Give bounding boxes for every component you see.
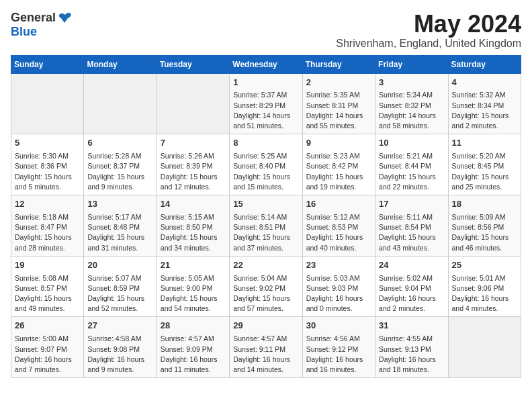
calendar-week-row: 26Sunrise: 5:00 AMSunset: 9:07 PMDayligh… xyxy=(11,317,521,378)
day-info-line: Sunset: 9:06 PM xyxy=(452,283,517,293)
logo-blue-text: Blue xyxy=(11,25,37,39)
day-info-line: Sunrise: 5:26 AM xyxy=(161,151,226,161)
day-info: Sunrise: 5:01 AMSunset: 9:06 PMDaylight:… xyxy=(452,273,517,314)
day-number: 23 xyxy=(306,259,371,272)
day-number: 6 xyxy=(87,137,152,150)
day-info-line: and 2 minutes. xyxy=(452,121,517,131)
day-info-line: Sunset: 9:02 PM xyxy=(233,283,298,293)
day-info: Sunrise: 4:58 AMSunset: 9:08 PMDaylight:… xyxy=(87,334,152,375)
day-info-line: Daylight: 15 hours xyxy=(161,293,226,304)
table-row: 10Sunrise: 5:21 AMSunset: 8:44 PMDayligh… xyxy=(375,134,448,195)
day-number: 30 xyxy=(306,320,371,332)
day-info-line: Daylight: 16 hours xyxy=(452,293,517,304)
day-number: 29 xyxy=(233,320,298,332)
day-info: Sunrise: 5:28 AMSunset: 8:37 PMDaylight:… xyxy=(87,151,152,192)
day-info: Sunrise: 5:11 AMSunset: 8:54 PMDaylight:… xyxy=(379,212,444,253)
day-info: Sunrise: 4:57 AMSunset: 9:11 PMDaylight:… xyxy=(233,334,298,375)
table-row: 3Sunrise: 5:34 AMSunset: 8:32 PMDaylight… xyxy=(375,73,448,134)
table-row xyxy=(448,317,521,378)
header-sunday: Sunday xyxy=(11,55,84,73)
day-info-line: Sunrise: 5:15 AM xyxy=(161,212,226,222)
day-info-line: Sunset: 8:48 PM xyxy=(87,222,152,232)
day-info-line: and 46 minutes. xyxy=(452,243,517,253)
day-info-line: and 58 minutes. xyxy=(379,121,444,131)
table-row: 8Sunrise: 5:25 AMSunset: 8:40 PMDaylight… xyxy=(230,134,302,195)
day-info-line: and 9 minutes. xyxy=(87,182,152,192)
table-row: 2Sunrise: 5:35 AMSunset: 8:31 PMDaylight… xyxy=(302,73,375,134)
table-row: 21Sunrise: 5:05 AMSunset: 9:00 PMDayligh… xyxy=(157,256,229,317)
day-info-line: Sunset: 8:44 PM xyxy=(379,161,444,171)
header-thursday: Thursday xyxy=(302,55,375,73)
day-info-line: Sunset: 9:11 PM xyxy=(233,345,298,355)
day-info-line: and 22 minutes. xyxy=(379,182,444,192)
day-number: 12 xyxy=(15,198,80,211)
day-number: 24 xyxy=(379,259,444,272)
day-info-line: Daylight: 16 hours xyxy=(161,355,226,365)
day-info: Sunrise: 5:08 AMSunset: 8:57 PMDaylight:… xyxy=(15,273,80,314)
day-info-line: Sunrise: 5:21 AM xyxy=(379,151,444,161)
day-number: 1 xyxy=(233,77,298,89)
day-info-line: Sunset: 8:56 PM xyxy=(452,222,517,232)
day-number: 2 xyxy=(306,77,371,89)
table-row: 1Sunrise: 5:37 AMSunset: 8:29 PMDaylight… xyxy=(230,73,302,134)
day-info-line: Daylight: 15 hours xyxy=(15,293,80,304)
table-row: 27Sunrise: 4:58 AMSunset: 9:08 PMDayligh… xyxy=(84,317,157,378)
day-info-line: and 37 minutes. xyxy=(233,243,298,253)
day-info-line: Sunset: 9:03 PM xyxy=(306,283,371,293)
day-info-line: and 15 minutes. xyxy=(233,182,298,192)
day-info-line: and 11 minutes. xyxy=(161,365,226,375)
day-info-line: Sunrise: 5:20 AM xyxy=(452,151,517,161)
day-number: 9 xyxy=(306,137,371,150)
day-info-line: Sunrise: 5:09 AM xyxy=(452,212,517,222)
day-info-line: and 40 minutes. xyxy=(306,243,371,253)
day-number: 22 xyxy=(233,259,298,272)
day-info: Sunrise: 5:02 AMSunset: 9:04 PMDaylight:… xyxy=(379,273,444,314)
table-row: 6Sunrise: 5:28 AMSunset: 8:37 PMDaylight… xyxy=(84,134,157,195)
day-info-line: and 18 minutes. xyxy=(379,365,444,375)
day-info-line: Sunset: 8:54 PM xyxy=(379,222,444,232)
day-info: Sunrise: 5:32 AMSunset: 8:34 PMDaylight:… xyxy=(452,90,517,131)
day-number: 3 xyxy=(379,77,444,89)
day-info-line: Sunset: 9:07 PM xyxy=(15,345,80,355)
day-info-line: and 7 minutes. xyxy=(15,365,80,375)
table-row xyxy=(11,73,84,134)
day-info-line: Sunrise: 5:03 AM xyxy=(306,273,371,283)
day-info-line: Sunset: 8:32 PM xyxy=(379,101,444,111)
day-number: 19 xyxy=(15,259,80,272)
day-info-line: Daylight: 14 hours xyxy=(379,111,444,121)
day-info-line: Sunset: 8:42 PM xyxy=(306,161,371,171)
day-info-line: Sunrise: 5:12 AM xyxy=(306,212,371,222)
day-info-line: Daylight: 15 hours xyxy=(161,172,226,182)
day-info-line: Sunrise: 5:02 AM xyxy=(379,273,444,283)
header-saturday: Saturday xyxy=(448,55,521,73)
day-info-line: Sunset: 9:13 PM xyxy=(379,345,444,355)
day-info-line: and 31 minutes. xyxy=(87,243,152,253)
day-info-line: Sunrise: 4:57 AM xyxy=(233,334,298,344)
day-info-line: Daylight: 15 hours xyxy=(87,293,152,304)
day-info-line: Sunset: 9:00 PM xyxy=(161,283,226,293)
table-row: 16Sunrise: 5:12 AMSunset: 8:53 PMDayligh… xyxy=(302,195,375,257)
day-info-line: and 51 minutes. xyxy=(233,121,298,131)
day-info: Sunrise: 5:15 AMSunset: 8:50 PMDaylight:… xyxy=(161,212,226,253)
day-number: 10 xyxy=(379,137,444,150)
table-row xyxy=(157,73,229,134)
day-info-line: Sunset: 8:53 PM xyxy=(306,222,371,232)
day-number: 31 xyxy=(379,320,444,332)
day-number: 16 xyxy=(306,198,371,211)
day-info-line: Daylight: 15 hours xyxy=(233,172,298,182)
day-info: Sunrise: 5:21 AMSunset: 8:44 PMDaylight:… xyxy=(379,151,444,192)
table-row: 15Sunrise: 5:14 AMSunset: 8:51 PMDayligh… xyxy=(230,195,302,257)
day-info: Sunrise: 5:35 AMSunset: 8:31 PMDaylight:… xyxy=(306,90,371,131)
day-info: Sunrise: 4:56 AMSunset: 9:12 PMDaylight:… xyxy=(306,334,371,375)
table-row: 12Sunrise: 5:18 AMSunset: 8:47 PMDayligh… xyxy=(11,195,84,257)
day-info-line: and 25 minutes. xyxy=(452,182,517,192)
logo-bird-icon xyxy=(57,12,72,24)
day-info-line: Daylight: 15 hours xyxy=(379,232,444,242)
table-row: 24Sunrise: 5:02 AMSunset: 9:04 PMDayligh… xyxy=(375,256,448,317)
day-number: 17 xyxy=(379,198,444,211)
day-number: 7 xyxy=(161,137,226,150)
title-block: May 2024 Shrivenham, England, United Kin… xyxy=(336,11,521,50)
page-header: General Blue May 2024 Shrivenham, Englan… xyxy=(11,11,521,50)
day-info-line: Daylight: 15 hours xyxy=(379,172,444,182)
day-info-line: Daylight: 15 hours xyxy=(15,172,80,182)
